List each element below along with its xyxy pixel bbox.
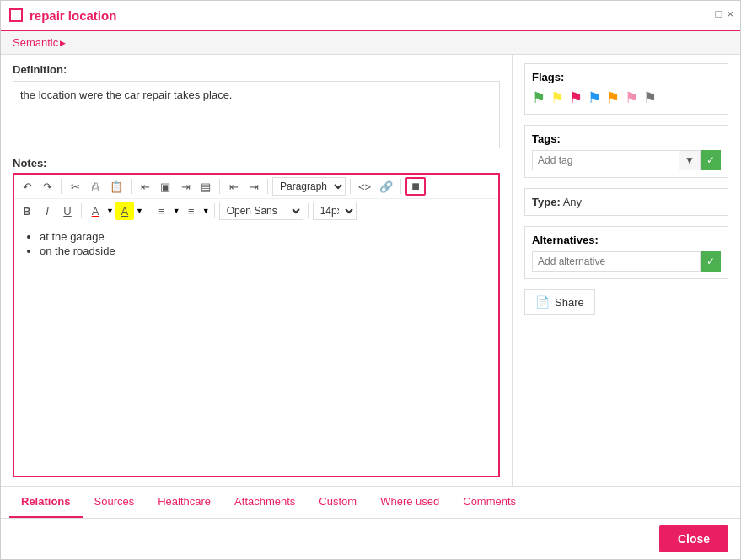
underline-button[interactable]: U xyxy=(58,202,77,220)
indent-button[interactable]: ⇥ xyxy=(244,177,263,196)
flags-section: Flags: ⚑ ⚑ ⚑ ⚑ ⚑ ⚑ ⚑ xyxy=(524,63,728,115)
main-dialog: repair location □ × Semantic Definition:… xyxy=(0,0,741,560)
alternatives-title: Alternatives: xyxy=(532,234,721,246)
separator2 xyxy=(131,179,132,194)
left-panel: Definition: the location were the car re… xyxy=(1,55,513,486)
flag-orange[interactable]: ⚑ xyxy=(606,89,620,107)
separator10 xyxy=(308,203,309,218)
copy-button[interactable]: ⎙ xyxy=(86,177,105,196)
undo-button[interactable]: ↶ xyxy=(18,177,36,196)
tab-relations[interactable]: Relations xyxy=(9,487,83,518)
tags-title: Tags: xyxy=(532,132,721,145)
tab-comments[interactable]: Comments xyxy=(451,487,528,518)
toolbar-row1: ↶ ↷ ✂ ⎙ 📋 ⇤ ▣ ⇥ ▤ ⇤ ⇥ Paragraph xyxy=(14,175,498,199)
list-item: on the roadside xyxy=(40,245,490,257)
tags-input-row: ▼ ✓ xyxy=(532,150,721,170)
separator8 xyxy=(148,203,148,218)
flag-red[interactable]: ⚑ xyxy=(569,89,583,107)
ordered-list-button[interactable]: ≡ xyxy=(182,202,201,220)
align-justify-button[interactable]: ▤ xyxy=(196,177,215,196)
type-value: Any xyxy=(563,196,582,208)
flags-title: Flags: xyxy=(532,71,721,83)
flags-row: ⚑ ⚑ ⚑ ⚑ ⚑ ⚑ ⚑ xyxy=(532,89,721,107)
redo-button[interactable]: ↷ xyxy=(38,177,56,196)
dialog-footer: Close xyxy=(1,518,740,559)
separator7 xyxy=(81,203,82,218)
separator5 xyxy=(350,179,351,194)
separator1 xyxy=(61,179,62,194)
alternatives-section: Alternatives: ✓ xyxy=(524,226,728,279)
italic-button[interactable]: I xyxy=(38,202,56,220)
highlight-button[interactable]: A xyxy=(115,202,134,220)
tabs-bar: Relations Sources Healthcare Attachments… xyxy=(1,486,740,518)
flag-gray[interactable]: ⚑ xyxy=(643,89,657,107)
definition-label: Definition: xyxy=(13,63,500,76)
outdent-button[interactable]: ⇤ xyxy=(224,177,243,196)
flag-blue[interactable]: ⚑ xyxy=(588,89,601,107)
close-button[interactable]: Close xyxy=(659,525,728,552)
align-left-button[interactable]: ⇤ xyxy=(136,177,154,196)
bold-button[interactable]: B xyxy=(18,202,36,220)
tags-input[interactable] xyxy=(532,150,679,170)
ol-arrow[interactable]: ▼ xyxy=(202,207,210,215)
font-size-select[interactable]: 14px xyxy=(313,202,357,220)
font-color-arrow[interactable]: ▼ xyxy=(106,207,114,215)
share-label: Share xyxy=(555,296,584,309)
separator9 xyxy=(214,203,215,218)
flag-green[interactable]: ⚑ xyxy=(532,89,545,107)
align-center-button[interactable]: ▣ xyxy=(156,177,175,196)
type-label: Type: Any xyxy=(532,196,582,208)
title-icon xyxy=(9,8,23,22)
tags-section: Tags: ▼ ✓ xyxy=(524,125,728,178)
share-button[interactable]: 📄 Share xyxy=(524,289,595,315)
unordered-list-button[interactable]: ≡ xyxy=(153,202,171,220)
cut-button[interactable]: ✂ xyxy=(66,177,84,196)
flag-pink[interactable]: ⚑ xyxy=(625,89,638,107)
align-right-button[interactable]: ⇥ xyxy=(176,177,195,196)
separator3 xyxy=(219,179,220,194)
tab-where-used[interactable]: Where used xyxy=(368,487,451,518)
separator6 xyxy=(400,179,401,194)
ul-arrow[interactable]: ▼ xyxy=(173,207,180,215)
font-family-select[interactable]: Open Sans xyxy=(219,202,303,220)
alternatives-input[interactable] xyxy=(532,251,701,272)
highlight-arrow[interactable]: ▼ xyxy=(136,207,143,215)
definition-content[interactable]: the location were the car repair takes p… xyxy=(13,81,500,148)
tab-attachments[interactable]: Attachments xyxy=(223,487,307,518)
right-panel: Flags: ⚑ ⚑ ⚑ ⚑ ⚑ ⚑ ⚑ Tags: ▼ ✓ xyxy=(513,55,740,486)
highlight-active-button[interactable]: ■ xyxy=(405,177,426,196)
tab-custom[interactable]: Custom xyxy=(307,487,368,518)
dialog-title-bar: repair location □ × xyxy=(1,1,740,31)
code-button[interactable]: <> xyxy=(355,177,374,196)
minimize-button[interactable]: □ xyxy=(716,8,722,20)
flag-yellow[interactable]: ⚑ xyxy=(550,89,564,107)
semantic-link[interactable]: Semantic xyxy=(13,36,66,49)
tab-sources[interactable]: Sources xyxy=(83,487,147,518)
link-button[interactable]: 🔗 xyxy=(376,177,396,196)
type-section: Type: Any xyxy=(524,188,728,216)
tags-confirm-button[interactable]: ✓ xyxy=(701,150,721,170)
dialog-title: repair location xyxy=(30,8,116,23)
notes-editor: ↶ ↷ ✂ ⎙ 📋 ⇤ ▣ ⇥ ▤ ⇤ ⇥ Paragraph xyxy=(13,173,500,477)
toolbar-row2: B I U A ▼ A ▼ ≡ ▼ ≡ ▼ Open Sans xyxy=(14,199,498,223)
paste-button[interactable]: 📋 xyxy=(106,177,126,196)
paragraph-select[interactable]: Paragraph xyxy=(272,177,346,196)
semantic-bar: Semantic xyxy=(1,31,740,55)
alternatives-confirm-button[interactable]: ✓ xyxy=(701,251,721,272)
separator4 xyxy=(267,179,268,194)
close-window-button[interactable]: × xyxy=(727,8,733,20)
notes-label: Notes: xyxy=(13,157,500,170)
alternatives-input-row: ✓ xyxy=(532,251,721,272)
tab-healthcare[interactable]: Healthcare xyxy=(146,487,223,518)
window-controls: □ × xyxy=(716,8,733,20)
dialog-body: Definition: the location were the car re… xyxy=(1,55,740,486)
font-color-button[interactable]: A xyxy=(86,202,105,220)
list-item: at the garage xyxy=(40,230,490,243)
editor-content[interactable]: at the garage on the roadside xyxy=(14,223,498,476)
tags-dropdown-button[interactable]: ▼ xyxy=(679,150,701,170)
share-icon: 📄 xyxy=(535,295,550,309)
